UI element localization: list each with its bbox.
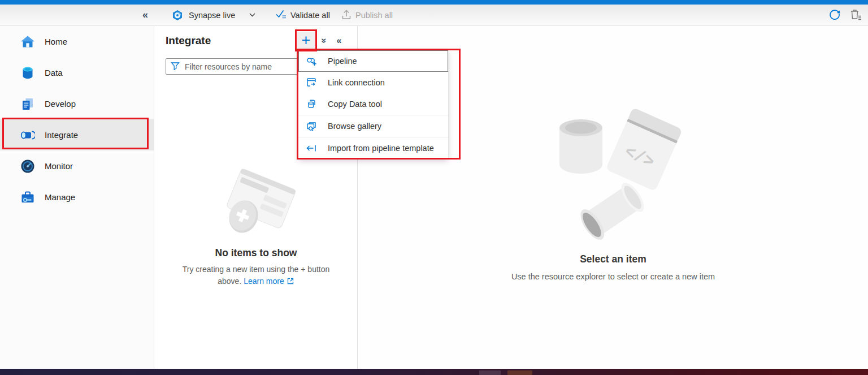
top-accent-bar [0, 0, 868, 5]
sidebar-item-data[interactable]: Data [0, 57, 154, 88]
plus-icon: + [302, 33, 311, 48]
learn-more-link[interactable]: Learn more [244, 277, 284, 286]
menu-item-import-template[interactable]: Import from pipeline template [298, 137, 448, 159]
menu-item-label: Pipeline [328, 57, 357, 66]
canvas-subtitle: Use the resource explorer to select or c… [358, 272, 868, 281]
environment-label: Synapse live [189, 11, 235, 20]
menu-item-copy-data-tool[interactable]: Copy Data tool [298, 93, 448, 115]
menu-item-label: Copy Data tool [328, 100, 382, 109]
taskbar-icon-hint [479, 370, 501, 375]
sidebar-item-develop[interactable]: Develop [0, 88, 154, 119]
taskbar-icon-hint [507, 370, 532, 375]
external-link-icon [287, 277, 294, 288]
chevron-double-left-icon: « [142, 9, 148, 21]
sidebar-item-label: Manage [45, 192, 75, 202]
synapse-icon [170, 10, 185, 21]
publish-label: Publish all [355, 11, 393, 20]
sidebar-item-label: Integrate [45, 130, 78, 140]
validate-all-button[interactable]: Validate all [275, 5, 330, 25]
validate-label: Validate all [290, 11, 330, 20]
sidebar-collapse-button[interactable]: « [137, 5, 154, 25]
refresh-icon [828, 8, 841, 22]
import-template-icon [306, 143, 318, 154]
menu-item-label: Browse gallery [328, 122, 381, 131]
develop-icon [20, 96, 35, 111]
empty-state-line2: above. [218, 277, 241, 286]
monitor-icon [20, 158, 35, 174]
environment-selector[interactable]: Synapse live [170, 5, 255, 25]
home-icon [20, 34, 35, 49]
sidebar-item-monitor[interactable]: Monitor [0, 150, 154, 182]
menu-item-link-connection[interactable]: Link connection [298, 72, 448, 93]
select-item-illustration: </> [528, 105, 698, 241]
empty-state-text: Try creating a new item using the + butt… [155, 264, 357, 288]
menu-item-label: Link connection [328, 78, 385, 87]
taskbar-sliver [0, 369, 868, 375]
validate-icon [275, 9, 287, 21]
publish-all-button[interactable]: Publish all [341, 5, 393, 25]
canvas-title: Select an item [358, 253, 868, 265]
publish-icon [341, 9, 351, 21]
empty-state-title: No items to show [155, 247, 357, 259]
sidebar-item-home[interactable]: Home [0, 26, 154, 57]
no-items-illustration [211, 169, 301, 239]
manage-icon [20, 189, 35, 205]
expand-all-button[interactable]: « [316, 35, 330, 47]
panel-empty-state: No items to show Try creating a new item… [155, 169, 357, 288]
browse-gallery-icon [306, 120, 318, 132]
discard-trash-icon [849, 8, 862, 22]
sidebar-item-integrate[interactable]: Integrate [0, 119, 154, 150]
pipeline-icon [306, 55, 318, 67]
menu-item-browse-gallery[interactable]: Browse gallery [298, 115, 448, 137]
add-resource-menu: Pipeline Link connection Copy Data too [298, 50, 448, 159]
empty-state-line1: Try creating a new item using the + butt… [183, 265, 330, 274]
panel-title: Integrate [166, 35, 211, 47]
header-toolbar: « Synapse live [0, 5, 868, 26]
sidebar-item-manage[interactable]: Manage [0, 182, 154, 213]
synapse-studio-window: « Synapse live [0, 0, 868, 375]
sidebar-item-label: Develop [45, 99, 76, 109]
add-resource-button[interactable]: + [297, 32, 315, 49]
discard-all-button[interactable] [847, 5, 864, 25]
left-sidebar: Home Data Deve [0, 26, 154, 369]
collapse-panel-button[interactable]: « [332, 35, 346, 47]
menu-item-label: Import from pipeline template [328, 144, 434, 153]
copy-data-icon [306, 98, 318, 110]
integrate-icon [20, 127, 35, 143]
sidebar-item-label: Data [45, 68, 63, 77]
filter-funnel-icon [171, 62, 180, 72]
menu-item-pipeline[interactable]: Pipeline [298, 50, 448, 72]
sidebar-item-label: Home [45, 37, 67, 46]
chevron-down-icon [249, 13, 255, 17]
chevron-double-down-icon: « [318, 38, 328, 44]
database-icon [20, 65, 35, 80]
refresh-button[interactable] [826, 5, 843, 25]
sidebar-item-label: Monitor [45, 161, 73, 171]
chevron-double-left-icon: « [337, 36, 342, 46]
link-connection-icon [306, 77, 318, 88]
